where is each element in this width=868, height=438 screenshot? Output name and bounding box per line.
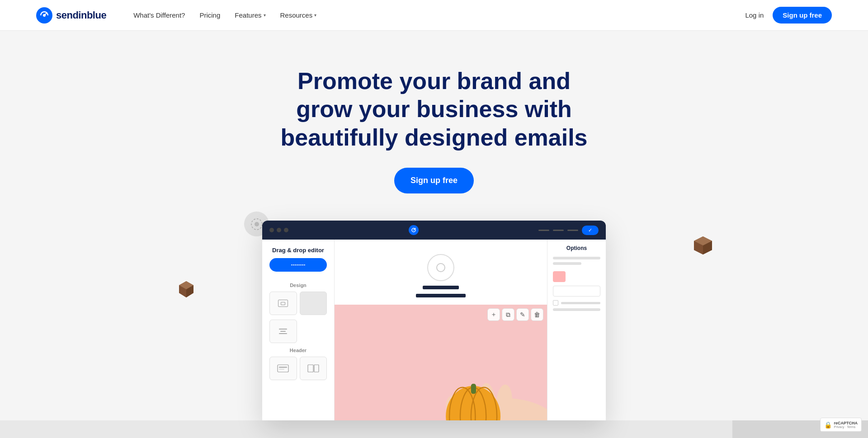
block-header-2[interactable] — [300, 357, 327, 380]
titlebar-controls: ✓ — [538, 226, 599, 235]
features-chevron-icon: ▾ — [264, 13, 266, 18]
logo-link[interactable]: sendinblue — [36, 7, 106, 24]
options-line-3 — [553, 308, 600, 311]
floating-cube-left — [176, 279, 196, 299]
options-checkbox-row — [553, 300, 600, 306]
hero-title: Promote your brand and grow your busines… — [276, 67, 592, 151]
svg-rect-15 — [279, 367, 287, 368]
pumpkin-illustration — [335, 305, 547, 420]
email-image-block: ＋ ⧉ ✎ 🗑 ⬆ — [335, 305, 547, 420]
titlebar-dot-3 — [284, 228, 288, 232]
email-headline-bar-1 — [423, 286, 459, 289]
resources-chevron-icon: ▾ — [314, 13, 316, 18]
hero-image-wrapper: ✓ Drag & drop editor -------- Design — [9, 221, 859, 420]
signup-button-nav[interactable]: Sign up free — [773, 7, 832, 24]
email-logo-placeholder — [427, 254, 454, 281]
editor-mockup: ✓ Drag & drop editor -------- Design — [262, 221, 606, 420]
titlebar-minimize — [538, 230, 549, 231]
panel-title: Drag & drop editor — [269, 247, 327, 254]
canvas-area: ＋ ⧉ ✎ 🗑 ⬆ — [335, 240, 547, 420]
email-preview: ＋ ⧉ ✎ 🗑 ⬆ — [335, 240, 547, 420]
svg-rect-18 — [314, 365, 319, 372]
options-checkbox-label — [561, 302, 600, 304]
design-section-label: Design — [269, 283, 327, 288]
navbar: sendinblue What's Different? Pricing Fea… — [0, 0, 868, 31]
logo-text: sendinblue — [56, 9, 106, 21]
nav-resources[interactable]: Resources ▾ — [280, 11, 317, 19]
options-line-2 — [553, 262, 581, 265]
signup-button-hero[interactable]: Sign up free — [394, 168, 474, 193]
toolbar-edit-button[interactable]: ✎ — [516, 308, 529, 321]
header-section-label: Header — [269, 348, 327, 353]
svg-rect-30 — [471, 384, 476, 394]
header-blocks — [269, 357, 327, 380]
editor-body: Drag & drop editor -------- Design — [262, 240, 606, 420]
options-input-mock — [553, 286, 600, 297]
editor-right-panel: Options — [547, 240, 606, 420]
editor-left-panel: Drag & drop editor -------- Design — [262, 240, 335, 420]
titlebar-maximize — [553, 230, 564, 231]
login-button[interactable]: Log in — [745, 11, 764, 19]
titlebar-dot-1 — [269, 228, 274, 232]
block-image[interactable] — [269, 292, 297, 315]
svg-rect-16 — [279, 369, 284, 370]
recaptcha-terms[interactable]: Terms — [847, 425, 855, 429]
image-block-icon — [278, 300, 288, 307]
editor-canvas: ＋ ⧉ ✎ 🗑 ⬆ — [335, 240, 547, 420]
options-title: Options — [553, 245, 600, 251]
email-logo-inner — [436, 263, 445, 272]
hero-section: Promote your brand and grow your busines… — [0, 31, 868, 420]
recaptcha-label: reCAPTCHA — [834, 421, 858, 425]
nav-pricing[interactable]: Pricing — [199, 11, 220, 19]
bottom-section — [0, 420, 868, 438]
navbar-actions: Log in Sign up free — [745, 7, 832, 24]
titlebar-close — [567, 230, 578, 231]
nav-features[interactable]: Features ▾ — [235, 11, 265, 19]
svg-rect-14 — [278, 365, 288, 372]
design-blocks — [269, 292, 327, 315]
toolbar-add-button[interactable]: ＋ — [487, 308, 500, 321]
text-block-icon — [279, 329, 287, 334]
svg-rect-17 — [308, 365, 313, 372]
main-nav: What's Different? Pricing Features ▾ Res… — [133, 11, 745, 19]
block-text[interactable] — [269, 320, 297, 343]
block-header-1[interactable] — [269, 357, 297, 380]
add-block-button[interactable]: -------- — [269, 258, 327, 272]
recaptcha-icon: 🔒 — [824, 421, 832, 429]
block-blank[interactable] — [300, 292, 327, 315]
recaptcha-privacy[interactable]: Privacy — [834, 425, 844, 429]
options-color-picker[interactable] — [553, 271, 566, 282]
titlebar-window-controls — [269, 228, 288, 232]
email-header-area — [335, 240, 547, 305]
email-headline-bar-2 — [416, 294, 466, 297]
nav-whats-different[interactable]: What's Different? — [133, 11, 185, 19]
recaptcha-badge: 🔒 reCAPTCHA Privacy · Terms — [820, 418, 862, 432]
sendinblue-logo-icon — [36, 7, 52, 24]
editor-titlebar: ✓ — [262, 221, 606, 240]
svg-point-3 — [255, 222, 259, 226]
titlebar-confirm-button[interactable]: ✓ — [582, 226, 599, 235]
options-line-1 — [553, 257, 600, 259]
floating-cube-right — [692, 234, 714, 257]
editor-image-toolbar: ＋ ⧉ ✎ 🗑 — [487, 308, 543, 321]
toolbar-delete-button[interactable]: 🗑 — [531, 308, 543, 321]
titlebar-logo-icon — [409, 225, 419, 235]
options-checkbox[interactable] — [553, 300, 558, 306]
toolbar-copy-button[interactable]: ⧉ — [502, 308, 514, 321]
titlebar-dot-2 — [277, 228, 281, 232]
design-blocks-2 — [269, 320, 327, 343]
pumpkin-scene — [335, 305, 547, 420]
